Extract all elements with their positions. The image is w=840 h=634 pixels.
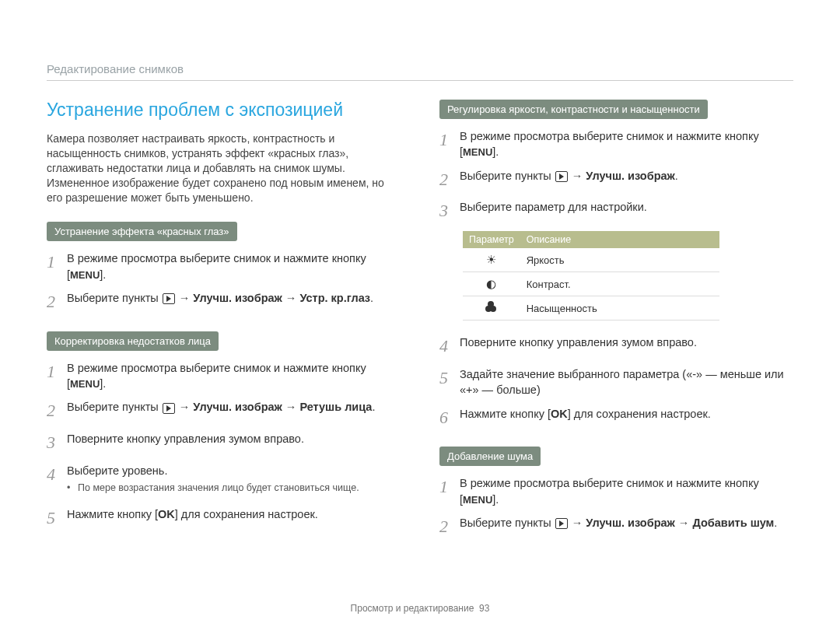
table-cell: Насыщенность — [520, 296, 719, 321]
saturation-icon — [463, 296, 520, 321]
footer-page-number: 93 — [479, 603, 489, 614]
step-number: 3 — [47, 431, 67, 455]
step-number: 3 — [439, 199, 460, 223]
intro-text: Камера позволяет настраивать яркость, ко… — [47, 131, 401, 205]
step-number: 4 — [47, 463, 67, 499]
step-number: 5 — [439, 366, 460, 398]
contrast-icon: ◐ — [463, 272, 520, 296]
page-title: Устранение проблем с экспозицией — [47, 100, 401, 121]
brightness-icon: ☀ — [463, 248, 520, 272]
menu-button-label: MENU — [70, 269, 100, 281]
step-number: 1 — [47, 360, 67, 392]
step-text: В режиме просмотра выберите снимок и наж… — [67, 250, 401, 282]
menu-button-label: MENU — [463, 146, 492, 158]
step-text: В режиме просмотра выберите снимок и наж… — [67, 360, 401, 392]
step-item: 2 Выберите пункты → Улучш. изображ → Рет… — [47, 399, 401, 423]
step-text: Выберите параметр для настройки. — [460, 199, 793, 223]
step-text: Выберите пункты → Улучш. изображ → Добав… — [460, 515, 793, 539]
steps-redeye: 1 В режиме просмотра выберите снимок и н… — [47, 250, 401, 313]
step-text: Нажмите кнопку [OK] для сохранения настр… — [460, 406, 793, 430]
play-icon — [555, 171, 568, 182]
step-text: Нажмите кнопку [OK] для сохранения настр… — [67, 506, 401, 531]
badge-adjust: Регулировка яркости, контрастности и нас… — [439, 100, 708, 119]
table-row: Насыщенность — [463, 296, 719, 321]
table-header-param: Параметр — [463, 231, 520, 248]
step-text: Задайте значение выбранного параметра («… — [460, 366, 793, 398]
table-row: ☀ Яркость — [463, 248, 719, 272]
steps-adjust: 1 В режиме просмотра выберите снимок и н… — [439, 128, 793, 223]
step-item: 3 Выберите параметр для настройки. — [439, 199, 793, 223]
badge-redeye: Устранение эффекта «красных глаз» — [47, 222, 237, 241]
steps-face: 1 В режиме просмотра выберите снимок и н… — [47, 360, 401, 531]
sub-bullet-item: •По мере возрастания значения лицо будет… — [67, 482, 401, 496]
step-text: Выберите пункты → Улучш. изображ → Ретуш… — [67, 399, 401, 423]
ok-button-label: OK — [158, 508, 175, 520]
step-item: 2 Выберите пункты → Улучш. изображ → Уст… — [47, 290, 401, 314]
play-icon — [163, 403, 175, 414]
ok-button-label: OK — [551, 408, 568, 420]
step-item: 1 В режиме просмотра выберите снимок и н… — [47, 250, 401, 282]
step-text: В режиме просмотра выберите снимок и наж… — [460, 128, 793, 160]
step-item: 5 Задайте значение выбранного параметра … — [439, 366, 793, 398]
step-number: 6 — [439, 406, 460, 430]
manual-page: Редактирование снимков Устранение пробле… — [0, 0, 840, 634]
steps-adjust-cont: 4 Поверните кнопку управления зумом впра… — [439, 335, 793, 429]
parameter-table: Параметр Описание ☀ Яркость ◐ Контраст. — [463, 231, 719, 321]
breadcrumb: Редактирование снимков — [47, 62, 793, 81]
page-footer: Просмотр и редактирование 93 — [0, 603, 840, 614]
step-item: 4 Поверните кнопку управления зумом впра… — [439, 335, 793, 359]
bullet-dot-icon: • — [67, 482, 78, 496]
step-number: 2 — [439, 168, 460, 192]
table-cell: Яркость — [520, 248, 719, 272]
step-number: 1 — [47, 250, 67, 282]
step-item: 4 Выберите уровень. •По мере возрастания… — [47, 463, 401, 499]
step-item: 1 В режиме просмотра выберите снимок и н… — [439, 475, 793, 507]
badge-noise: Добавление шума — [439, 447, 541, 466]
step-text: Выберите уровень. •По мере возрастания з… — [67, 463, 401, 499]
step-number: 4 — [439, 335, 460, 359]
menu-button-label: MENU — [463, 494, 492, 506]
menu-button-label: MENU — [70, 378, 100, 390]
play-icon — [555, 518, 568, 529]
step-text: Поверните кнопку управления зумом вправо… — [460, 335, 793, 359]
step-item: 2 Выберите пункты → Улучш. изображ → Доб… — [439, 515, 793, 539]
step-number: 1 — [439, 128, 460, 160]
step-number: 2 — [439, 515, 460, 539]
step-text: В режиме просмотра выберите снимок и наж… — [460, 475, 793, 507]
step-text: Выберите пункты → Улучш. изображ. — [460, 168, 793, 192]
step-number: 5 — [47, 506, 67, 531]
step-item: 1 В режиме просмотра выберите снимок и н… — [47, 360, 401, 392]
left-column: Устранение проблем с экспозицией Камера … — [47, 100, 401, 556]
step-item: 2 Выберите пункты → Улучш. изображ. — [439, 168, 793, 192]
step-number: 1 — [439, 475, 460, 507]
steps-noise: 1 В режиме просмотра выберите снимок и н… — [439, 475, 793, 538]
content-columns: Устранение проблем с экспозицией Камера … — [47, 100, 793, 556]
step-number: 2 — [47, 290, 67, 314]
step-item: 5 Нажмите кнопку [OK] для сохранения нас… — [47, 506, 401, 531]
table-header-desc: Описание — [520, 231, 719, 248]
step-text: Выберите пункты → Улучш. изображ → Устр.… — [67, 290, 401, 314]
step-item: 1 В режиме просмотра выберите снимок и н… — [439, 128, 793, 160]
table-row: ◐ Контраст. — [463, 272, 719, 296]
step-number: 2 — [47, 399, 67, 423]
footer-text: Просмотр и редактирование — [351, 603, 474, 614]
sub-bullet-list: •По мере возрастания значения лицо будет… — [67, 482, 401, 496]
table-cell: Контраст. — [520, 272, 719, 296]
right-column: Регулировка яркости, контрастности и нас… — [439, 100, 793, 556]
step-item: 3 Поверните кнопку управления зумом впра… — [47, 431, 401, 455]
step-text: Поверните кнопку управления зумом вправо… — [67, 431, 401, 455]
step-item: 6 Нажмите кнопку [OK] для сохранения нас… — [439, 406, 793, 430]
play-icon — [163, 293, 175, 304]
badge-face: Корректировка недостатков лица — [47, 331, 219, 351]
